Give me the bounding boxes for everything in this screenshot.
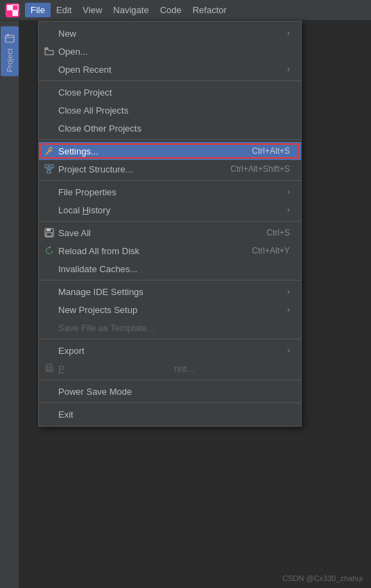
svg-rect-13 [46,229,51,231]
svg-rect-1 [7,5,12,10]
new-projects-arrow: › [287,305,290,314]
menu-power-save[interactable]: Power Save Mode [39,382,301,400]
svg-rect-3 [12,5,18,10]
menu-open-recent[interactable]: Open Recent › [39,60,301,78]
menu-project-structure[interactable]: Project Structure... Ctrl+Alt+Shift+S [39,160,301,178]
manage-ide-arrow: › [287,287,290,296]
sidebar-project-tab[interactable]: Project [1,26,19,76]
local-history-arrow: › [287,205,290,215]
svg-rect-6 [45,48,48,49]
separator-8 [39,402,301,403]
menu-save-all[interactable]: Save All Ctrl+S [39,224,301,242]
sidebar: Project [0,21,19,588]
menu-reload[interactable]: Reload All from Disk Ctrl+Alt+Y [39,242,301,260]
menu-file[interactable]: File [25,3,51,17]
save-all-shortcut: Ctrl+S [266,228,290,238]
sidebar-project-icon [2,30,17,46]
separator-2 [39,139,301,140]
watermark: CSDN @Cx330_zhahui [282,574,363,582]
open-folder-icon [43,45,55,57]
separator-1 [39,80,301,81]
svg-rect-16 [47,364,51,367]
print-icon [43,362,55,375]
menu-export[interactable]: Export › [39,341,301,359]
open-recent-arrow: › [287,64,290,74]
separator-6 [39,339,301,339]
menu-file-properties[interactable]: File Properties › [39,183,301,201]
menu-view[interactable]: View [77,3,107,17]
menu-open[interactable]: Open... [39,42,301,60]
svg-rect-9 [50,165,53,168]
menu-local-history[interactable]: Local History › [39,201,301,219]
menu-manage-ide[interactable]: Manage IDE Settings › [39,283,301,301]
menu-save-template: Save File as Template... [39,319,301,337]
menu-close-other[interactable]: Close Other Projects [39,119,301,137]
new-arrow: › [287,28,290,38]
file-properties-arrow: › [287,187,290,197]
export-arrow: › [287,346,290,355]
settings-shortcut: Ctrl+Alt+S [252,146,290,156]
separator-3 [39,180,301,181]
project-structure-shortcut: Ctrl+Alt+Shift+S [230,164,290,174]
app-logo [3,1,22,20]
menu-exit[interactable]: Exit [39,405,301,423]
menu-new[interactable]: New › [39,24,301,42]
file-dropdown-menu: New › Open... Open Recent › Close Projec… [38,21,302,427]
svg-point-7 [50,148,51,150]
menu-code[interactable]: Code [155,3,187,17]
reload-shortcut: Ctrl+Alt+Y [252,246,290,256]
sidebar-project-label: Project [6,48,14,72]
project-structure-icon [43,163,55,175]
menu-settings[interactable]: Settings... Ctrl+Alt+S [39,142,301,160]
menu-close-all[interactable]: Close All Projects [39,101,301,119]
svg-rect-17 [47,369,51,371]
svg-rect-2 [12,10,18,16]
menu-edit[interactable]: Edit [51,3,77,17]
svg-rect-10 [47,170,51,173]
menu-bar: File Edit View Navigate Code Refactor [0,0,371,21]
wrench-icon [43,145,55,157]
separator-5 [39,280,301,280]
separator-7 [39,380,301,380]
menu-refactor[interactable]: Refactor [187,3,232,17]
svg-rect-4 [6,35,14,42]
svg-rect-8 [45,165,49,168]
separator-4 [39,221,301,222]
menu-print: Print... [39,359,301,377]
menu-close-project[interactable]: Close Project [39,83,301,101]
menu-invalidate[interactable]: Invalidate Caches... [39,260,301,278]
save-icon [43,226,55,239]
menu-navigate[interactable]: Navigate [107,3,154,17]
svg-rect-5 [7,34,9,36]
reload-icon [43,244,55,257]
menu-new-projects[interactable]: New Projects Setup › [39,301,301,319]
svg-rect-14 [46,233,52,236]
